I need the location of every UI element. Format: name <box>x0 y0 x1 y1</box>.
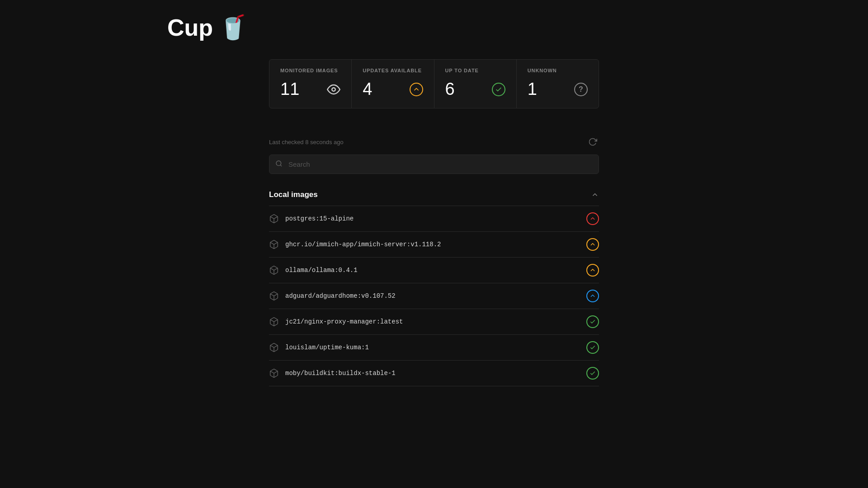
last-checked-row: Last checked 8 seconds ago <box>269 136 599 148</box>
search-container <box>269 155 599 174</box>
container-icon <box>269 265 279 275</box>
stat-unknown-value: 1 <box>528 80 537 99</box>
status-icon-check-green <box>586 341 599 354</box>
stat-unknown-row: 1 ? <box>528 80 588 99</box>
status-icon-up-red <box>586 212 599 225</box>
stat-updates-label: UPDATES AVAILABLE <box>363 68 423 73</box>
container-icon <box>269 317 279 327</box>
image-name: jc21/nginx-proxy-manager:latest <box>285 318 403 325</box>
image-row-left: louislam/uptime-kuma:1 <box>269 343 369 352</box>
check-green-icon <box>492 83 505 96</box>
stats-bar: MONITORED IMAGES 11 UPDATES AVAILABLE 4 <box>269 59 599 108</box>
stat-monitored-label: MONITORED IMAGES <box>280 68 340 73</box>
image-name: ollama/ollama:0.4.1 <box>285 267 358 274</box>
container-icon <box>269 239 279 249</box>
stat-updates-value: 4 <box>363 80 372 99</box>
image-name: postgres:15-alpine <box>285 215 354 222</box>
image-row-left: postgres:15-alpine <box>269 214 354 224</box>
stat-monitored: MONITORED IMAGES 11 <box>269 60 352 108</box>
svg-point-0 <box>332 88 336 91</box>
main-panel: Last checked 8 seconds ago Local image <box>269 136 599 386</box>
section-header-local: Local images <box>269 187 599 203</box>
container-icon <box>269 343 279 352</box>
status-icon-up-blue <box>586 290 599 302</box>
table-row: louislam/uptime-kuma:1 <box>269 335 599 361</box>
status-icon-up-yellow <box>586 264 599 277</box>
status-icon-up-yellow <box>586 238 599 251</box>
image-name: louislam/uptime-kuma:1 <box>285 344 369 351</box>
stat-updates-row: 4 <box>363 80 423 99</box>
app-title-text: Cup <box>167 14 213 41</box>
image-name: adguard/adguardhome:v0.107.52 <box>285 292 396 300</box>
page-wrapper: Cup 🥤 MONITORED IMAGES 11 UPDATES AVAILA… <box>0 0 868 386</box>
stat-updates: UPDATES AVAILABLE 4 <box>352 60 434 108</box>
stat-monitored-row: 11 <box>280 80 340 99</box>
status-icon-check-green <box>586 367 599 380</box>
table-row: jc21/nginx-proxy-manager:latest <box>269 309 599 335</box>
section-collapse-button[interactable] <box>591 191 599 199</box>
image-name: moby/buildkit:buildx-stable-1 <box>285 370 396 377</box>
image-list: postgres:15-alpine <box>269 206 599 386</box>
table-row: postgres:15-alpine <box>269 206 599 232</box>
refresh-button[interactable] <box>586 136 599 148</box>
table-row: moby/buildkit:buildx-stable-1 <box>269 361 599 386</box>
image-row-left: ollama/ollama:0.4.1 <box>269 265 358 275</box>
stat-uptodate-value: 6 <box>445 80 455 99</box>
refresh-icon <box>588 137 597 146</box>
table-row: ollama/ollama:0.4.1 <box>269 258 599 283</box>
app-emoji: 🥤 <box>218 14 248 41</box>
question-icon: ? <box>574 83 588 96</box>
image-row-left: adguard/adguardhome:v0.107.52 <box>269 291 396 301</box>
search-input[interactable] <box>269 155 599 174</box>
eye-icon <box>327 83 340 96</box>
container-icon <box>269 214 279 224</box>
app-title: Cup 🥤 <box>167 14 248 41</box>
stat-unknown-label: UNKNOWN <box>528 68 588 73</box>
image-row-left: jc21/nginx-proxy-manager:latest <box>269 317 403 327</box>
section-title-local: Local images <box>269 190 318 199</box>
status-icon-check-green <box>586 315 599 328</box>
image-row-left: ghcr.io/immich-app/immich-server:v1.118.… <box>269 239 441 249</box>
local-images-section: Local images <box>269 187 599 386</box>
image-row-left: moby/buildkit:buildx-stable-1 <box>269 368 396 378</box>
container-icon <box>269 368 279 378</box>
stat-unknown: UNKNOWN 1 ? <box>517 60 599 108</box>
stat-uptodate-label: UP TO DATE <box>445 68 505 73</box>
table-row: adguard/adguardhome:v0.107.52 <box>269 283 599 309</box>
table-row: ghcr.io/immich-app/immich-server:v1.118.… <box>269 232 599 258</box>
stat-uptodate-row: 6 <box>445 80 505 99</box>
image-name: ghcr.io/immich-app/immich-server:v1.118.… <box>285 241 441 248</box>
last-checked-text: Last checked 8 seconds ago <box>269 139 344 145</box>
stat-monitored-value: 11 <box>280 80 299 99</box>
container-icon <box>269 291 279 301</box>
up-orange-icon <box>410 83 423 96</box>
chevron-up-icon <box>591 191 599 199</box>
stat-uptodate: UP TO DATE 6 <box>434 60 517 108</box>
